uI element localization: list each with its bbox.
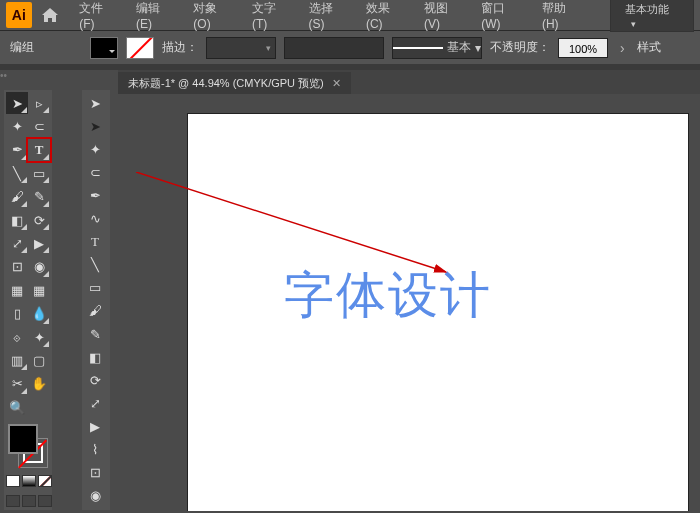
rotate-tool[interactable]: ⟳ bbox=[28, 209, 50, 231]
fill-color[interactable] bbox=[8, 424, 38, 454]
menu-type[interactable]: 文字(T) bbox=[244, 0, 299, 36]
brush-preview[interactable] bbox=[284, 37, 384, 59]
magic-wand-tool[interactable]: ✦ bbox=[6, 115, 28, 137]
home-icon[interactable] bbox=[42, 6, 60, 24]
sec-eraser-tool[interactable]: ◧ bbox=[84, 346, 106, 368]
sec-width-tool[interactable]: ▶ bbox=[84, 416, 106, 438]
menu-bar: Ai 文件(F) 编辑(E) 对象(O) 文字(T) 选择(S) 效果(C) 视… bbox=[0, 0, 700, 30]
sec-scale-tool[interactable]: ⤢ bbox=[84, 392, 106, 414]
slice-tool[interactable]: ✂ bbox=[6, 373, 28, 395]
eraser-tool[interactable]: ◧ bbox=[6, 209, 28, 231]
svg-line-0 bbox=[136, 172, 446, 272]
sec-pencil-tool[interactable]: ✎ bbox=[84, 323, 106, 345]
fill-swatch[interactable] bbox=[90, 37, 118, 59]
menu-edit[interactable]: 编辑(E) bbox=[128, 0, 183, 36]
draw-mode-buttons[interactable] bbox=[6, 495, 52, 508]
gradient-tool[interactable]: ▯ bbox=[6, 303, 28, 325]
sec-brush-tool[interactable]: 🖌 bbox=[84, 300, 106, 322]
direct-selection-tool[interactable]: ▹ bbox=[28, 92, 50, 114]
blend-tool[interactable]: ⟐ bbox=[6, 326, 28, 348]
stroke-swatch[interactable] bbox=[126, 37, 154, 59]
line-tool[interactable]: ╲ bbox=[6, 162, 28, 184]
sec-direct-tool[interactable]: ➤ bbox=[84, 115, 106, 137]
workspace-switcher[interactable]: 基本功能 bbox=[610, 0, 694, 32]
opacity-input[interactable]: 100% bbox=[558, 38, 608, 58]
sec-type-tool[interactable]: T bbox=[84, 231, 106, 253]
sec-wand-tool[interactable]: ✦ bbox=[84, 138, 106, 160]
app-logo: Ai bbox=[6, 2, 32, 28]
sec-line-tool[interactable]: ╲ bbox=[84, 254, 106, 276]
type-tool[interactable]: T bbox=[28, 139, 50, 161]
stroke-weight-dropdown[interactable] bbox=[206, 37, 276, 59]
color-mode-buttons[interactable] bbox=[6, 475, 52, 488]
menu-object[interactable]: 对象(O) bbox=[185, 0, 242, 36]
menu-file[interactable]: 文件(F) bbox=[71, 0, 126, 36]
close-tab-icon[interactable]: ✕ bbox=[332, 77, 341, 90]
canvas-area[interactable]: 字体设计 bbox=[118, 94, 698, 511]
free-transform-tool[interactable]: ⊡ bbox=[6, 256, 28, 278]
width-tool[interactable]: ▶ bbox=[28, 232, 50, 254]
selection-type-label: 编组 bbox=[10, 39, 34, 56]
spacer bbox=[28, 396, 50, 418]
sec-selection-tool[interactable]: ➤ bbox=[84, 92, 106, 114]
symbol-sprayer-tool[interactable]: ✦ bbox=[28, 326, 50, 348]
sec-transform-tool[interactable]: ⊡ bbox=[84, 462, 106, 484]
scale-tool[interactable]: ⤢ bbox=[6, 232, 28, 254]
hand-tool[interactable]: ✋ bbox=[28, 373, 50, 395]
pen-tool[interactable]: ✒ bbox=[6, 139, 28, 161]
tab-title: 未标题-1* @ 44.94% (CMYK/GPU 预览) bbox=[128, 76, 324, 91]
mesh-tool[interactable]: ▦ bbox=[28, 279, 50, 301]
zoom-tool[interactable]: 🔍 bbox=[6, 396, 28, 418]
sec-lasso-tool[interactable]: ⊂ bbox=[84, 161, 106, 183]
sec-pen-tool[interactable]: ✒ bbox=[84, 184, 106, 206]
panel-handle[interactable]: •• bbox=[0, 70, 12, 86]
paintbrush-tool[interactable]: 🖌 bbox=[6, 186, 28, 208]
shape-builder-tool[interactable]: ◉ bbox=[28, 256, 50, 278]
document-tab-strip: 未标题-1* @ 44.94% (CMYK/GPU 预览) ✕ bbox=[118, 70, 700, 94]
document-tab[interactable]: 未标题-1* @ 44.94% (CMYK/GPU 预览) ✕ bbox=[118, 72, 351, 94]
sec-curve-tool[interactable]: ∿ bbox=[84, 208, 106, 230]
rectangle-tool[interactable]: ▭ bbox=[28, 162, 50, 184]
sec-rect-tool[interactable]: ▭ bbox=[84, 277, 106, 299]
stroke-label: 描边： bbox=[162, 39, 198, 56]
selection-tool[interactable]: ➤ bbox=[6, 92, 28, 114]
artboard[interactable]: 字体设计 bbox=[188, 114, 688, 511]
pencil-tool[interactable]: ✎ bbox=[28, 186, 50, 208]
lasso-tool[interactable]: ⊂ bbox=[28, 115, 50, 137]
perspective-tool[interactable]: ▦ bbox=[6, 279, 28, 301]
tools-panel-main: ➤ ▹ ✦ ⊂ ✒ T ╲ ▭ 🖌 ✎ ◧ ⟳ ⤢ ▶ ⊡ ◉ ▦ ▦ ▯ 💧 … bbox=[4, 90, 52, 510]
fill-stroke-colors[interactable] bbox=[8, 424, 48, 468]
menu-window[interactable]: 窗口(W) bbox=[473, 0, 532, 36]
eyedropper-tool[interactable]: 💧 bbox=[28, 303, 50, 325]
stroke-style-dropdown[interactable]: 基本▾ bbox=[392, 37, 482, 59]
opacity-more-icon[interactable]: › bbox=[616, 40, 629, 56]
tools-panel-secondary: ➤ ➤ ✦ ⊂ ✒ ∿ T ╲ ▭ 🖌 ✎ ◧ ⟳ ⤢ ▶ ⌇ ⊡ ◉ bbox=[82, 90, 110, 510]
menu-select[interactable]: 选择(S) bbox=[301, 0, 356, 36]
menu-effect[interactable]: 效果(C) bbox=[358, 0, 414, 36]
menu-view[interactable]: 视图(V) bbox=[416, 0, 471, 36]
opacity-label: 不透明度： bbox=[490, 39, 550, 56]
column-graph-tool[interactable]: ▥ bbox=[6, 349, 28, 371]
sec-shape-tool[interactable]: ◉ bbox=[84, 485, 106, 507]
styles-label[interactable]: 样式 bbox=[637, 39, 661, 56]
artboard-tool[interactable]: ▢ bbox=[28, 349, 50, 371]
canvas-text-object[interactable]: 字体设计 bbox=[284, 262, 492, 329]
menu-help[interactable]: 帮助(H) bbox=[534, 0, 590, 36]
sec-rotate-tool[interactable]: ⟳ bbox=[84, 369, 106, 391]
sec-warp-tool[interactable]: ⌇ bbox=[84, 439, 106, 461]
